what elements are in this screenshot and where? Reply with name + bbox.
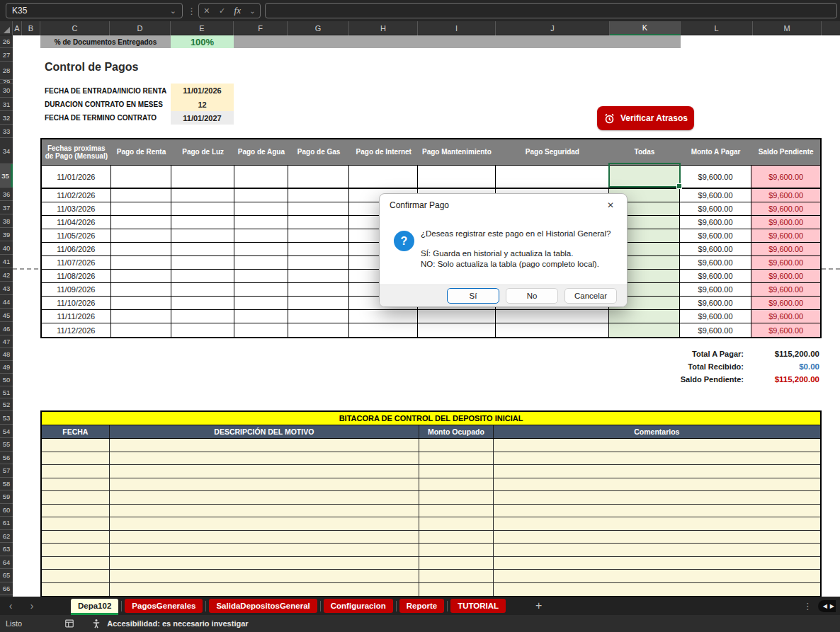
todas-cell[interactable] — [609, 310, 680, 323]
deposit-log-cell[interactable] — [419, 452, 494, 465]
row-header-43[interactable]: 43 — [0, 282, 13, 295]
payment-empty-cell[interactable] — [111, 229, 172, 242]
payment-empty-cell[interactable] — [234, 310, 288, 323]
deposit-log-cell[interactable] — [110, 505, 419, 517]
sheet-tab-PagosGenerales[interactable]: PagosGenerales — [125, 599, 203, 613]
deposit-log-cell[interactable] — [419, 583, 494, 597]
column-header-G[interactable]: G — [288, 21, 349, 35]
payment-empty-cell[interactable] — [234, 202, 288, 215]
monto-a-pagar-cell[interactable]: $9,600.00 — [680, 256, 752, 269]
column-header-M[interactable]: M — [753, 21, 822, 35]
payment-empty-cell[interactable] — [288, 310, 350, 323]
column-header-B[interactable]: B — [22, 21, 40, 35]
payment-empty-cell[interactable] — [288, 166, 350, 188]
deposit-log-cell[interactable] — [419, 491, 494, 504]
payment-empty-cell[interactable] — [171, 310, 234, 323]
row-header-48[interactable]: 48 — [0, 348, 13, 361]
payment-empty-cell[interactable] — [111, 323, 172, 337]
saldo-pendiente-cell[interactable]: $9,600.00 — [751, 166, 820, 188]
payment-empty-cell[interactable] — [234, 270, 288, 282]
sheet-tab-Configuracion[interactable]: Configuracion — [324, 599, 393, 613]
row-header-34[interactable]: 34 — [0, 138, 13, 164]
payment-empty-cell[interactable] — [171, 243, 234, 255]
deposit-log-cell[interactable] — [419, 517, 494, 530]
saldo-pendiente-cell[interactable]: $9,600.00 — [751, 202, 820, 215]
payment-empty-cell[interactable] — [171, 166, 234, 188]
row-header-26[interactable]: 26 — [0, 35, 13, 48]
payment-date-cell[interactable]: 11/04/2026 — [42, 216, 111, 229]
monto-a-pagar-cell[interactable]: $9,600.00 — [680, 310, 752, 323]
deposit-log-cell[interactable] — [42, 544, 110, 556]
deposit-log-cell[interactable] — [42, 583, 110, 597]
payment-empty-cell[interactable] — [288, 323, 350, 337]
add-sheet-icon[interactable]: + — [535, 599, 542, 612]
saldo-pendiente-cell[interactable]: $9,600.00 — [751, 243, 820, 255]
row-header-60[interactable]: 60 — [0, 504, 13, 517]
saldo-pendiente-cell[interactable]: $9,600.00 — [751, 283, 820, 296]
payment-empty-cell[interactable] — [288, 216, 350, 229]
macro-record-icon[interactable] — [64, 619, 74, 628]
payment-empty-cell[interactable] — [171, 229, 234, 242]
row-header-64[interactable]: 64 — [0, 556, 13, 570]
deposit-log-cell[interactable] — [494, 557, 820, 570]
deposit-log-cell[interactable] — [494, 452, 820, 465]
row-header-63[interactable]: 63 — [0, 543, 13, 556]
row-header-55[interactable]: 55 — [0, 438, 13, 452]
deposit-log-cell[interactable] — [419, 478, 494, 491]
payment-date-cell[interactable]: 11/06/2026 — [42, 243, 111, 255]
payment-empty-cell[interactable] — [288, 283, 350, 296]
payment-empty-cell[interactable] — [234, 297, 288, 309]
name-box[interactable]: K35 ⌄ — [6, 3, 183, 18]
row-header-53[interactable]: 53 — [0, 411, 13, 425]
payment-empty-cell[interactable] — [418, 323, 496, 337]
deposit-log-cell[interactable] — [419, 531, 494, 544]
payment-empty-cell[interactable] — [171, 189, 234, 202]
deposit-log-cell[interactable] — [494, 583, 820, 597]
payment-date-cell[interactable]: 11/01/2026 — [42, 166, 111, 188]
row-header-28[interactable]: 28 — [0, 62, 13, 80]
scroll-right-icon[interactable]: ▶ — [830, 603, 834, 609]
yes-button[interactable]: Sí — [447, 288, 499, 304]
deposit-log-cell[interactable] — [494, 491, 820, 504]
saldo-pendiente-cell[interactable]: $9,600.00 — [751, 310, 820, 323]
deposit-log-cell[interactable] — [110, 517, 419, 530]
deposit-log-cell[interactable] — [494, 478, 820, 491]
tab-nav-right-icon[interactable]: › — [21, 600, 42, 611]
payment-date-cell[interactable]: 11/02/2026 — [42, 189, 111, 202]
row-header-65[interactable]: 65 — [0, 569, 13, 582]
row-header-45[interactable]: 45 — [0, 309, 13, 322]
row-header-31[interactable]: 31 — [0, 98, 13, 111]
documents-progress-value[interactable]: 100% — [171, 35, 234, 48]
row-header-42[interactable]: 42 — [0, 268, 13, 282]
deposit-log-cell[interactable] — [42, 570, 110, 582]
row-header-66[interactable]: 66 — [0, 582, 13, 596]
payment-empty-cell[interactable] — [111, 297, 172, 309]
payment-empty-cell[interactable] — [349, 310, 418, 323]
payment-empty-cell[interactable] — [171, 270, 234, 282]
scroll-left-icon[interactable]: ◀ — [823, 603, 827, 609]
deposit-log-cell[interactable] — [494, 544, 820, 556]
payment-empty-cell[interactable] — [111, 283, 172, 296]
formula-input[interactable] — [265, 3, 837, 18]
payment-empty-cell[interactable] — [171, 202, 234, 215]
column-header-E[interactable]: E — [171, 21, 234, 35]
monto-a-pagar-cell[interactable]: $9,600.00 — [680, 189, 752, 202]
sheet-tab-Depa102[interactable]: Depa102 — [71, 599, 118, 615]
column-header-F[interactable]: F — [234, 21, 288, 35]
row-header-62[interactable]: 62 — [0, 530, 13, 544]
row-header-59[interactable]: 59 — [0, 490, 13, 504]
monto-a-pagar-cell[interactable]: $9,600.00 — [680, 216, 752, 229]
chevron-down-icon[interactable]: ⌄ — [249, 7, 255, 15]
contract-duration-value[interactable]: 12 — [171, 98, 234, 111]
payment-empty-cell[interactable] — [171, 256, 234, 269]
row-header-57[interactable]: 57 — [0, 464, 13, 478]
payment-empty-cell[interactable] — [234, 166, 288, 188]
payment-date-cell[interactable]: 11/10/2026 — [42, 297, 111, 309]
saldo-pendiente-cell[interactable]: $9,600.00 — [751, 256, 820, 269]
sheet-tab-SalidaDepositosGeneral[interactable]: SalidaDepositosGeneral — [209, 599, 317, 613]
payment-empty-cell[interactable] — [111, 166, 172, 188]
sheet-tab-TUTORIAL[interactable]: TUTORIAL — [450, 599, 506, 613]
payment-empty-cell[interactable] — [349, 166, 418, 188]
payment-empty-cell[interactable] — [288, 270, 350, 282]
payment-empty-cell[interactable] — [171, 297, 234, 309]
